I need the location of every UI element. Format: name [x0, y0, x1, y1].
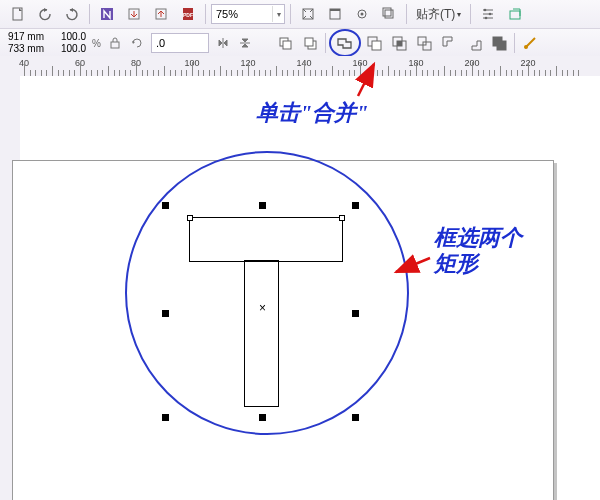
mirror-v-icon[interactable]: [237, 35, 253, 51]
property-bar: 917 mm 733 mm 100.0 100.0 %: [0, 29, 600, 58]
main-toolbar: PDF ▾ 贴齐(T)▾: [0, 0, 600, 29]
svg-point-14: [485, 17, 488, 20]
svg-rect-16: [111, 42, 119, 48]
svg-point-12: [484, 9, 487, 12]
import-icon[interactable]: [122, 2, 146, 26]
macro-icon[interactable]: [95, 2, 119, 26]
drawing-canvas[interactable]: ×: [20, 76, 600, 500]
selection-handle-sw[interactable]: [162, 414, 169, 421]
shaping-tools: [273, 29, 542, 57]
simplify-icon[interactable]: [412, 31, 436, 55]
selection-handle-se[interactable]: [352, 414, 359, 421]
snap-to-button[interactable]: 贴齐(T)▾: [412, 4, 465, 25]
export-icon[interactable]: [149, 2, 173, 26]
arrange-back-icon[interactable]: [298, 31, 322, 55]
arrange-front-icon[interactable]: [273, 31, 297, 55]
chevron-down-icon: ▾: [457, 10, 461, 19]
pdf-icon[interactable]: PDF: [176, 2, 200, 26]
svg-point-9: [361, 13, 364, 16]
new-icon[interactable]: [6, 2, 30, 26]
percent-label: %: [92, 38, 101, 49]
scale-y: 100.0: [52, 43, 86, 55]
zoom-field[interactable]: [212, 7, 272, 21]
svg-point-13: [489, 13, 492, 16]
grid-icon[interactable]: [323, 2, 347, 26]
snap-to-label: 贴齐(T): [416, 6, 455, 23]
launch-icon[interactable]: [503, 2, 527, 26]
ruler-origin[interactable]: [0, 56, 21, 77]
fullscreen-icon[interactable]: [296, 2, 320, 26]
svg-rect-26: [418, 37, 426, 45]
rotation-input[interactable]: [151, 33, 209, 53]
svg-point-30: [524, 45, 528, 49]
lock-icon[interactable]: [107, 35, 123, 51]
options-icon[interactable]: [476, 2, 500, 26]
weld-icon[interactable]: [329, 29, 361, 57]
svg-rect-29: [497, 41, 506, 50]
undo-icon[interactable]: [33, 2, 57, 26]
chevron-down-icon[interactable]: ▾: [272, 6, 284, 22]
svg-rect-20: [305, 38, 313, 46]
svg-text:PDF: PDF: [183, 12, 193, 18]
trim-icon[interactable]: [362, 31, 386, 55]
position-readout: 917 mm 733 mm: [0, 31, 46, 55]
rotate-icon[interactable]: [129, 35, 145, 51]
outline-pen-icon[interactable]: [518, 31, 542, 55]
scale-readout: 100.0 100.0: [52, 31, 86, 55]
svg-rect-27: [423, 42, 431, 50]
annotation-weld: 单击"合并": [256, 100, 368, 126]
front-minus-back-icon[interactable]: [437, 31, 461, 55]
svg-rect-25: [397, 41, 402, 46]
intersect-icon[interactable]: [387, 31, 411, 55]
guides-icon[interactable]: [350, 2, 374, 26]
svg-rect-22: [372, 41, 381, 50]
scale-x: 100.0: [52, 31, 86, 43]
svg-rect-15: [510, 11, 520, 19]
snap-icon[interactable]: [377, 2, 401, 26]
annotation-select: 框选两个 矩形: [434, 225, 522, 277]
svg-rect-10: [385, 10, 393, 18]
mirror-h-icon[interactable]: [215, 35, 231, 51]
redo-icon[interactable]: [60, 2, 84, 26]
svg-rect-11: [383, 8, 391, 16]
rotation-field[interactable]: [152, 36, 202, 50]
horizontal-ruler[interactable]: 406080100120140160180200220: [20, 56, 600, 77]
pos-y: 733 mm: [0, 43, 44, 55]
annotation-circle: [125, 151, 409, 435]
back-minus-front-icon[interactable]: [462, 31, 486, 55]
pos-x: 917 mm: [0, 31, 44, 43]
zoom-level-input[interactable]: ▾: [211, 4, 285, 24]
boundary-icon[interactable]: [487, 31, 511, 55]
svg-rect-18: [283, 41, 291, 49]
